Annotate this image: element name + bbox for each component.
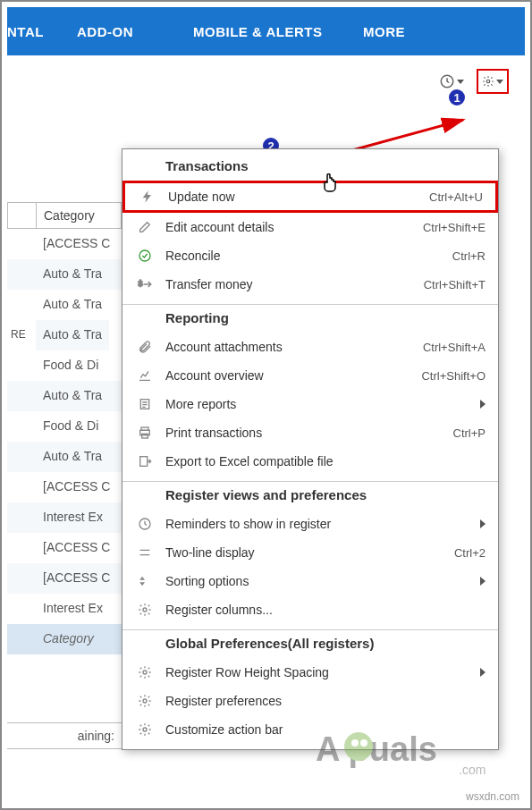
report-icon bbox=[131, 393, 158, 415]
gear-icon bbox=[131, 719, 158, 740]
tab-more[interactable]: MORE bbox=[347, 7, 421, 55]
mi-shortcut: Ctrl+P bbox=[453, 426, 486, 440]
svg-point-16 bbox=[344, 732, 373, 761]
mi-label: Sorting options bbox=[158, 574, 480, 588]
mi-label: Register Row Height Spacing bbox=[158, 665, 480, 679]
tab-mobile[interactable]: MOBILE & ALERTS bbox=[177, 7, 347, 55]
top-tabbar: NTAL ADD-ON MOBILE & ALERTS MORE bbox=[7, 7, 525, 55]
menu-export-excel[interactable]: Export to Excel compatible file bbox=[122, 447, 498, 476]
category-placeholder[interactable]: Category bbox=[7, 624, 122, 654]
watermark: A puals .com bbox=[316, 725, 512, 779]
gear-icon bbox=[131, 599, 158, 620]
chart-icon bbox=[131, 365, 158, 386]
table-row[interactable]: Auto & Tra bbox=[7, 381, 122, 411]
table-row[interactable]: Auto & Tra bbox=[7, 442, 122, 472]
check-circle-icon bbox=[131, 245, 158, 266]
svg-point-1 bbox=[486, 80, 490, 83]
mi-shortcut: Ctrl+Shift+E bbox=[423, 221, 486, 234]
svg-text:.com: .com bbox=[459, 763, 486, 777]
svg-point-12 bbox=[143, 671, 147, 674]
svg-point-13 bbox=[143, 699, 147, 703]
menu-row-height[interactable]: Register Row Height Spacing bbox=[122, 658, 498, 687]
print-icon bbox=[131, 422, 158, 443]
svg-point-11 bbox=[143, 608, 147, 612]
table-row[interactable]: Food & Di bbox=[7, 411, 122, 442]
menu-columns[interactable]: Register columns... bbox=[122, 595, 498, 624]
svg-text:$: $ bbox=[139, 279, 143, 288]
mi-label: Update now bbox=[161, 190, 429, 204]
table-row[interactable]: [ACCESS C bbox=[7, 533, 122, 563]
remaining-label: aining: bbox=[7, 722, 122, 749]
menu-section-transactions: Transactions bbox=[122, 149, 498, 181]
mi-label: Account overview bbox=[158, 368, 421, 383]
table-row[interactable]: Auto & Tra bbox=[36, 320, 109, 350]
submenu-arrow-icon bbox=[480, 668, 486, 677]
mi-label: Print transactions bbox=[158, 426, 453, 440]
submenu-arrow-icon bbox=[480, 519, 486, 528]
mi-shortcut: Ctrl+Shift+T bbox=[424, 278, 486, 291]
menu-overview[interactable]: Account overview Ctrl+Shift+O bbox=[122, 361, 498, 390]
menu-edit-account[interactable]: Edit account details Ctrl+Shift+E bbox=[122, 213, 498, 241]
table-row[interactable]: [ACCESS C bbox=[7, 472, 122, 502]
grid-header: Category bbox=[7, 202, 122, 229]
gear-button[interactable] bbox=[477, 69, 509, 94]
dollar-arrow-icon: $ bbox=[131, 274, 158, 295]
mi-shortcut: Ctrl+R bbox=[452, 249, 486, 263]
settings-menu: Transactions Update now Ctrl+Alt+U Edit … bbox=[122, 148, 499, 750]
menu-more-reports[interactable]: More reports bbox=[122, 390, 498, 418]
mi-shortcut: Ctrl+2 bbox=[454, 546, 486, 560]
mi-label: Account attachments bbox=[158, 340, 423, 354]
mi-label: Transfer money bbox=[158, 277, 424, 291]
table-row[interactable]: Interest Ex bbox=[7, 502, 122, 533]
gear-icon bbox=[131, 690, 158, 712]
svg-point-3 bbox=[139, 250, 150, 261]
tab-addon[interactable]: ADD-ON bbox=[61, 7, 177, 55]
svg-rect-9 bbox=[140, 457, 148, 467]
menu-twoline[interactable]: Two-line display Ctrl+2 bbox=[122, 538, 498, 567]
mi-shortcut: Ctrl+Alt+U bbox=[429, 190, 483, 204]
menu-section-reporting: Reporting bbox=[122, 307, 498, 333]
mi-label: More reports bbox=[158, 397, 480, 411]
export-icon bbox=[131, 451, 158, 472]
menu-reminders[interactable]: Reminders to show in register bbox=[122, 510, 498, 538]
menu-register-prefs[interactable]: Register preferences bbox=[122, 687, 498, 715]
svg-point-14 bbox=[143, 728, 147, 731]
mi-label: Edit account details bbox=[158, 220, 423, 234]
rows-icon bbox=[131, 542, 158, 563]
edit-icon bbox=[131, 216, 158, 238]
menu-reconcile[interactable]: Reconcile Ctrl+R bbox=[122, 241, 498, 270]
table-row[interactable]: Auto & Tra bbox=[7, 259, 122, 290]
svg-point-17 bbox=[351, 739, 359, 747]
svg-point-18 bbox=[360, 739, 367, 747]
menu-transfer[interactable]: $ Transfer money Ctrl+Shift+T bbox=[122, 270, 498, 299]
table-row[interactable]: Auto & Tra bbox=[7, 290, 122, 320]
register-grid: Category [ACCESS C Auto & Tra Auto & Tra… bbox=[7, 202, 122, 654]
paperclip-icon bbox=[131, 336, 158, 358]
gear-icon bbox=[131, 662, 158, 683]
clock-icon bbox=[131, 513, 158, 535]
tab-rental[interactable]: NTAL bbox=[7, 7, 61, 55]
table-row[interactable]: Food & Di bbox=[7, 350, 122, 381]
menu-print[interactable]: Print transactions Ctrl+P bbox=[122, 418, 498, 447]
submenu-arrow-icon bbox=[480, 400, 486, 409]
table-row[interactable]: Interest Ex bbox=[7, 594, 122, 624]
re-label: RE bbox=[7, 320, 36, 350]
table-row[interactable]: [ACCESS C bbox=[7, 229, 122, 259]
mi-label: Reminders to show in register bbox=[158, 517, 480, 531]
mi-label: Register columns... bbox=[158, 603, 486, 617]
menu-update-now[interactable]: Update now Ctrl+Alt+U bbox=[122, 181, 498, 213]
lightning-icon bbox=[134, 186, 161, 207]
callout-badge-1: 1 bbox=[447, 88, 467, 107]
sort-icon bbox=[131, 570, 158, 592]
svg-text:A  puals: A puals bbox=[316, 730, 437, 768]
col-category[interactable]: Category bbox=[37, 203, 121, 228]
mi-label: Two-line display bbox=[158, 545, 454, 560]
table-row[interactable]: [ACCESS C bbox=[7, 563, 122, 594]
mi-label: Register preferences bbox=[158, 694, 486, 708]
submenu-arrow-icon bbox=[480, 577, 486, 586]
menu-attachments[interactable]: Account attachments Ctrl+Shift+A bbox=[122, 333, 498, 361]
menu-sort[interactable]: Sorting options bbox=[122, 567, 498, 595]
source-line: wsxdn.com bbox=[466, 790, 519, 803]
mi-shortcut: Ctrl+Shift+A bbox=[423, 341, 486, 354]
menu-section-register: Register views and preferences bbox=[122, 484, 498, 510]
